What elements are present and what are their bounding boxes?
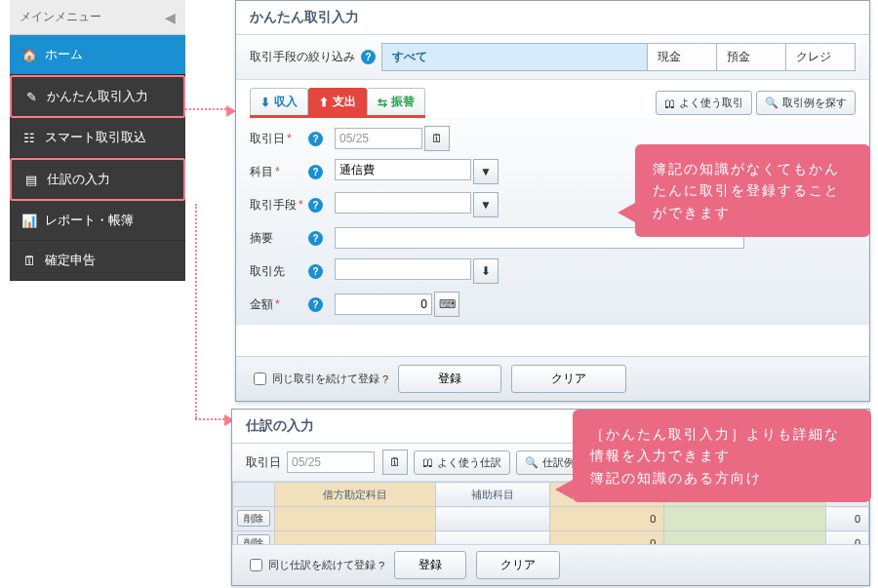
- sidebar-item-label: スマート取引取込: [45, 129, 146, 146]
- col-debit-acct: 借方勘定科目: [275, 483, 436, 507]
- cell-credit-amt[interactable]: 0: [825, 507, 868, 531]
- book-icon: 🕮: [422, 456, 433, 468]
- transfer-icon: ⇆: [378, 96, 387, 109]
- dropdown-icon[interactable]: ▼: [473, 192, 499, 217]
- callout-journal: ［かんたん取引入力］よりも詳細な情報を入力できます 簿記の知識のある方向け: [573, 410, 871, 502]
- partner-select[interactable]: [335, 258, 471, 280]
- help-icon[interactable]: ?: [308, 165, 323, 179]
- dropdown-icon[interactable]: ▼: [473, 159, 499, 184]
- register-button[interactable]: 登録: [398, 365, 501, 393]
- continue-checkbox[interactable]: 同じ取引を続けて登録?: [250, 370, 388, 388]
- delete-row-button[interactable]: 削除: [237, 510, 270, 527]
- col-action: [233, 483, 275, 507]
- partner-label: 取引先: [250, 263, 306, 280]
- sidebar-title: メインメニュー: [20, 9, 101, 25]
- connector-arrow: [185, 108, 226, 110]
- filter-deposit[interactable]: 預金: [717, 44, 786, 70]
- connector-arrow: [195, 418, 224, 420]
- help-icon[interactable]: ?: [308, 198, 323, 213]
- sidebar-item-label: ホーム: [45, 46, 83, 63]
- sidebar-item-journal[interactable]: ▤仕訳の入力: [10, 158, 185, 201]
- help-icon[interactable]: ?: [308, 132, 323, 146]
- panel-title: かんたん取引入力: [236, 1, 869, 35]
- continue-checkbox-input[interactable]: [254, 372, 266, 385]
- import-icon: ☷: [21, 131, 37, 145]
- tab-income[interactable]: ⬇収入: [250, 88, 308, 115]
- help-icon[interactable]: ?: [361, 50, 376, 64]
- account-label: 科目*: [250, 164, 306, 180]
- calendar-icon: 🗓: [21, 254, 37, 268]
- date-input[interactable]: [287, 451, 375, 473]
- calendar-button[interactable]: 🗓: [424, 126, 450, 151]
- filter-all[interactable]: すべて: [382, 44, 648, 70]
- examples-button[interactable]: 🔍取引例を探す: [756, 91, 856, 115]
- frequent-button[interactable]: 🕮よく使う取引: [656, 91, 752, 115]
- calculator-button[interactable]: ⌨: [434, 292, 459, 317]
- account-select[interactable]: [335, 159, 471, 180]
- tab-transfer[interactable]: ⇆振替: [367, 88, 425, 115]
- clear-button[interactable]: クリア: [476, 551, 560, 579]
- sidebar-item-label: かんたん取引入力: [47, 88, 148, 105]
- expense-icon: ⬆: [319, 96, 329, 109]
- cell-debit-acct[interactable]: [275, 507, 436, 531]
- help-icon[interactable]: ?: [308, 264, 323, 279]
- dropdown-icon[interactable]: ⬇: [473, 258, 499, 284]
- sidebar-item-home[interactable]: 🏠ホーム: [10, 35, 185, 75]
- filter-row: 取引手段の絞り込み ? すべて 現金 預金 クレジ: [236, 35, 869, 80]
- filter-credit[interactable]: クレジ: [786, 44, 855, 70]
- table-row: 削除 0 0: [233, 507, 869, 531]
- cell-credit-acct[interactable]: [664, 507, 825, 531]
- sidebar-item-label: レポート・帳簿: [45, 212, 134, 229]
- frequent-button[interactable]: 🕮よく使う仕訳: [414, 451, 510, 475]
- sidebar-header: メインメニュー ◀: [10, 0, 185, 35]
- pencil-icon: ✎: [23, 90, 39, 104]
- filter-segment: すべて 現金 預金 クレジ: [381, 43, 856, 71]
- method-label: 取引手段*: [250, 197, 306, 214]
- filter-cash[interactable]: 現金: [648, 44, 717, 70]
- tab-bar: ⬇収入 ⬆支出 ⇆振替 🕮よく使う取引 🔍取引例を探す: [236, 80, 869, 118]
- amount-label: 金額*: [250, 296, 306, 313]
- collapse-icon[interactable]: ◀: [165, 10, 176, 25]
- chart-icon: 📊: [21, 214, 37, 228]
- main-menu-sidebar: メインメニュー ◀ 🏠ホーム ✎かんたん取引入力 ☷スマート取引取込 ▤仕訳の入…: [10, 0, 185, 281]
- summary-label: 摘要: [250, 230, 306, 247]
- calendar-button[interactable]: 🗓: [382, 450, 408, 475]
- date-input[interactable]: [335, 128, 422, 149]
- filter-label: 取引手段の絞り込み: [250, 49, 355, 65]
- search-icon: 🔍: [765, 97, 778, 109]
- date-label: 取引日: [246, 454, 281, 471]
- continue-checkbox[interactable]: 同じ仕訳を続けて登録?: [246, 556, 384, 574]
- cell-debit-amt[interactable]: 0: [550, 507, 664, 531]
- sidebar-item-smart-import[interactable]: ☷スマート取引取込: [10, 118, 185, 158]
- date-label: 取引日*: [250, 131, 306, 147]
- footer-bar: 同じ仕訳を続けて登録? 登録 クリア: [232, 544, 869, 585]
- home-icon: 🏠: [21, 48, 37, 62]
- help-icon[interactable]: ?: [379, 560, 384, 571]
- tab-expense[interactable]: ⬆支出: [308, 88, 367, 115]
- sidebar-item-reports[interactable]: 📊レポート・帳簿: [10, 201, 185, 241]
- continue-checkbox-input[interactable]: [250, 559, 262, 571]
- sidebar-item-tax[interactable]: 🗓確定申告: [10, 241, 185, 281]
- book-icon: 🕮: [664, 98, 675, 109]
- help-icon[interactable]: ?: [382, 373, 388, 385]
- register-button[interactable]: 登録: [394, 551, 466, 579]
- income-icon: ⬇: [260, 96, 270, 109]
- sidebar-item-label: 仕訳の入力: [47, 171, 110, 188]
- connector-arrow: [195, 204, 197, 418]
- clear-button[interactable]: クリア: [511, 365, 626, 393]
- callout-easy: 簿記の知識がなくてもかんたんに取引を登録することができます: [635, 144, 870, 237]
- help-icon[interactable]: ?: [308, 297, 323, 312]
- amount-input[interactable]: [335, 294, 432, 315]
- sidebar-item-easy-entry[interactable]: ✎かんたん取引入力: [10, 75, 185, 118]
- help-icon[interactable]: ?: [308, 231, 323, 246]
- sidebar-item-label: 確定申告: [45, 252, 96, 269]
- footer-bar: 同じ取引を続けて登録? 登録 クリア: [236, 356, 869, 401]
- col-sub: 補助科目: [436, 483, 550, 507]
- ledger-icon: ▤: [23, 173, 39, 187]
- search-icon: 🔍: [525, 456, 539, 469]
- method-select[interactable]: [335, 192, 471, 214]
- cell-sub[interactable]: [436, 507, 550, 531]
